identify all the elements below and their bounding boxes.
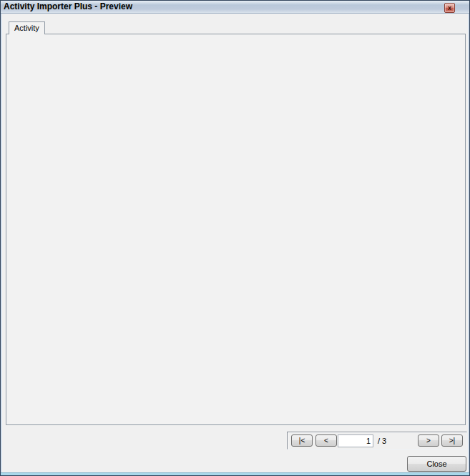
close-button[interactable]: Close (407, 456, 466, 472)
window-title: Activity Importer Plus - Preview (4, 1, 132, 11)
tab-page-activity (6, 34, 466, 425)
last-record-button[interactable]: >| (441, 434, 463, 447)
current-page-field[interactable] (338, 434, 373, 447)
prev-record-button[interactable]: < (315, 434, 337, 447)
close-icon[interactable]: x (444, 3, 455, 13)
titlebar[interactable]: Activity Importer Plus - Preview x (1, 1, 469, 14)
first-record-button[interactable]: |< (291, 434, 313, 447)
next-record-button[interactable]: > (418, 434, 439, 447)
window-bottom-frame (1, 472, 469, 475)
record-pager: |< < / 3 > >| (287, 432, 467, 450)
page-count-label: / 3 (378, 434, 386, 447)
dialog-window: Activity Importer Plus - Preview x Activ… (0, 0, 470, 476)
tab-activity[interactable]: Activity (9, 21, 45, 34)
